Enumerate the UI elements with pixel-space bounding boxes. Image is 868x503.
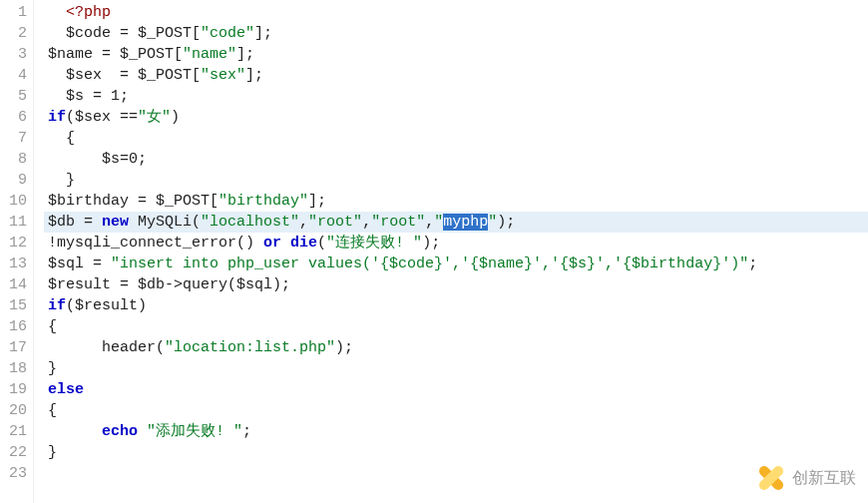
line-number: 1 — [0, 2, 27, 23]
code-token: "连接失败! " — [326, 235, 422, 252]
code-token: "name" — [183, 46, 236, 63]
code-token: 1 — [111, 88, 120, 105]
code-token: echo — [102, 423, 138, 440]
code-token: = — [93, 46, 120, 63]
code-line[interactable] — [44, 463, 868, 484]
code-token: ]; — [254, 25, 272, 42]
code-token: } — [66, 172, 75, 189]
line-number: 18 — [0, 358, 27, 379]
code-token: } — [48, 444, 57, 461]
code-line[interactable]: if($result) — [44, 295, 868, 316]
line-number: 8 — [0, 149, 27, 170]
code-token: , — [425, 214, 434, 231]
code-line[interactable]: $name = $_POST["name"]; — [44, 44, 868, 65]
code-token: $db — [138, 276, 165, 293]
code-token — [281, 235, 290, 252]
line-number: 14 — [0, 274, 27, 295]
code-token: "root" — [371, 214, 425, 231]
code-token: $result — [75, 297, 138, 314]
code-token: $sex — [75, 109, 111, 126]
code-token: } — [48, 360, 57, 377]
code-token: [ — [210, 193, 218, 210]
code-token: if — [48, 109, 66, 126]
code-token: == — [111, 109, 138, 126]
code-line[interactable]: else — [44, 379, 868, 400]
code-token: $_POST — [138, 25, 192, 42]
code-line[interactable]: $sql = "insert into php_user values('{$c… — [44, 253, 868, 274]
code-editor[interactable]: 1234567891011121314151617181920212223 <?… — [0, 0, 868, 503]
code-line[interactable]: header("location:list.php"); — [44, 337, 868, 358]
code-line[interactable]: { — [44, 400, 868, 421]
code-token: = — [75, 214, 102, 231]
code-token: { — [48, 402, 57, 419]
line-number: 7 — [0, 128, 27, 149]
code-line[interactable]: } — [44, 358, 868, 379]
line-number: 19 — [0, 379, 27, 400]
code-line[interactable]: !mysqli_connect_error() or die("连接失败! ")… — [44, 233, 868, 253]
code-token: = — [120, 151, 129, 168]
code-token: $s — [102, 151, 120, 168]
code-token: , — [362, 214, 371, 231]
code-token: $db — [48, 214, 75, 231]
code-line[interactable]: if($sex =="女") — [44, 107, 868, 128]
line-number: 3 — [0, 44, 27, 65]
code-token: ; — [120, 88, 129, 105]
code-line[interactable]: { — [44, 316, 868, 337]
code-token: { — [66, 130, 75, 147]
code-line[interactable]: { — [44, 128, 868, 149]
code-line[interactable]: $sex = $_POST["sex"]; — [44, 65, 868, 86]
code-token: $birthday — [48, 193, 129, 210]
code-token: "location:list.php" — [165, 339, 335, 356]
code-line[interactable]: } — [44, 170, 868, 191]
code-line[interactable]: } — [44, 442, 868, 463]
code-token: ( — [66, 109, 75, 126]
code-token: $_POST — [156, 193, 210, 210]
line-number: 10 — [0, 191, 27, 212]
code-token: = — [129, 193, 156, 210]
code-token: ->query( — [165, 276, 236, 293]
code-token: $name — [48, 46, 93, 63]
code-line[interactable]: $db = new MySQLi("localhost","root","roo… — [44, 212, 868, 233]
code-token: or — [263, 235, 281, 252]
code-token: [ — [192, 25, 201, 42]
code-line[interactable]: echo "添加失败! "; — [44, 421, 868, 442]
code-token: $result — [48, 276, 111, 293]
code-token: " — [434, 214, 443, 231]
code-token: <?php — [66, 4, 111, 21]
code-line[interactable]: $birthday = $_POST["birthday"]; — [44, 191, 868, 212]
code-token: $sex — [66, 67, 102, 84]
code-line[interactable]: <?php — [44, 2, 868, 23]
code-token: "insert into php_user values('{$code}','… — [111, 255, 748, 272]
code-token: $_POST — [138, 67, 192, 84]
code-line[interactable]: $s=0; — [44, 149, 868, 170]
code-token: ; — [242, 423, 251, 440]
code-line[interactable]: $s = 1; — [44, 86, 868, 107]
code-token: ); — [422, 235, 440, 252]
code-token: if — [48, 297, 66, 314]
line-number-gutter: 1234567891011121314151617181920212223 — [0, 0, 34, 503]
line-number: 20 — [0, 400, 27, 421]
line-number: 16 — [0, 316, 27, 337]
code-token: $s — [66, 88, 84, 105]
code-token: $_POST — [120, 46, 174, 63]
code-token: ); — [272, 276, 290, 293]
code-token: ]; — [245, 67, 263, 84]
line-number: 6 — [0, 107, 27, 128]
code-line[interactable]: $result = $db->query($sql); — [44, 274, 868, 295]
code-token: header( — [102, 339, 165, 356]
code-token: ( — [317, 235, 326, 252]
code-token — [138, 423, 147, 440]
code-token: die — [290, 235, 317, 252]
code-area[interactable]: <?php $code = $_POST["code"];$name = $_P… — [34, 0, 868, 503]
line-number: 21 — [0, 421, 27, 442]
code-line[interactable]: $code = $_POST["code"]; — [44, 23, 868, 44]
line-number: 4 — [0, 65, 27, 86]
line-number: 5 — [0, 86, 27, 107]
line-number: 2 — [0, 23, 27, 44]
code-token: = — [111, 276, 138, 293]
line-number: 9 — [0, 170, 27, 191]
code-token: = — [84, 255, 111, 272]
line-number: 11 — [0, 212, 27, 233]
code-token: else — [48, 381, 84, 398]
code-token: "添加失败! " — [147, 423, 242, 440]
